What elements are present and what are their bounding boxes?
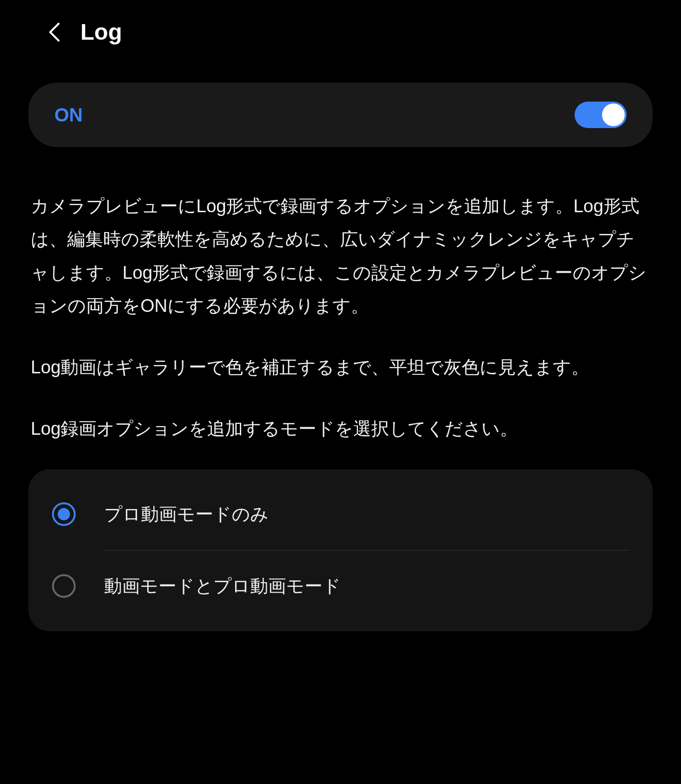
description-section: カメラプレビューにLog形式で録画するオプションを追加します。Log形式は、編集…: [28, 190, 653, 446]
option-pro-video-only[interactable]: プロ動画モードのみ: [28, 479, 653, 550]
radio-unselected-icon: [52, 574, 76, 598]
options-card: プロ動画モードのみ 動画モードとプロ動画モード: [28, 469, 653, 631]
toggle-thumb: [602, 103, 625, 126]
header: Log: [28, 19, 653, 45]
toggle-label: ON: [54, 104, 83, 126]
description-para-3: Log録画オプションを追加するモードを選択してください。: [31, 412, 650, 445]
option-label: 動画モードとプロ動画モード: [104, 574, 341, 598]
option-label: プロ動画モードのみ: [104, 502, 269, 526]
description-para-1: カメラプレビューにLog形式で録画するオプションを追加します。Log形式は、編集…: [31, 190, 650, 322]
radio-selected-icon: [52, 502, 76, 526]
back-icon[interactable]: [47, 21, 61, 43]
description-para-2: Log動画はギャラリーで色を補正するまで、平坦で灰色に見えます。: [31, 351, 650, 384]
page-title: Log: [80, 19, 122, 45]
toggle-switch[interactable]: [575, 102, 627, 128]
toggle-card[interactable]: ON: [28, 83, 653, 147]
option-video-and-pro-video[interactable]: 動画モードとプロ動画モード: [28, 551, 653, 622]
